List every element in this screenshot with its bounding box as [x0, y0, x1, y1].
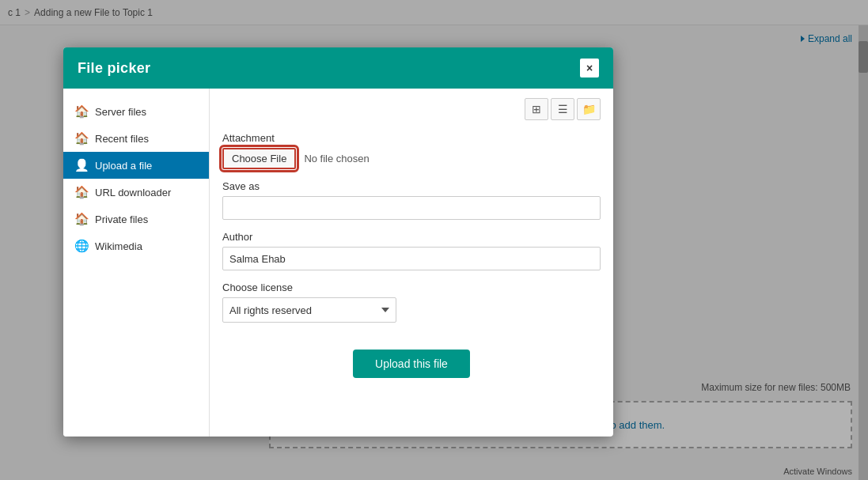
attachment-group: Attachment Choose File No file chosen: [222, 132, 601, 169]
sidebar-item-wikimedia[interactable]: 🌐 Wikimedia: [63, 232, 209, 259]
author-group: Author: [222, 231, 601, 270]
upload-this-file-button[interactable]: Upload this file: [353, 350, 470, 378]
wikimedia-icon: 🌐: [74, 239, 89, 253]
sidebar-label-private-files: Private files: [95, 214, 148, 225]
attachment-row: Choose File No file chosen: [222, 148, 601, 169]
modal-main-content: ⊞ ☰ 📁 Attachment Choose File No file cho…: [210, 89, 613, 437]
modal-sidebar: 🏠 Server files 🏠 Recent files 👤 Upload a…: [63, 89, 210, 437]
modal-title: File picker: [78, 60, 150, 77]
upload-btn-label: Upload this file: [375, 357, 448, 370]
recent-files-icon: 🏠: [74, 131, 89, 146]
url-downloader-icon: 🏠: [74, 185, 89, 199]
choose-file-button[interactable]: Choose File: [222, 148, 296, 169]
sidebar-label-wikimedia: Wikimedia: [95, 240, 142, 252]
sidebar-label-upload-file: Upload a file: [95, 160, 152, 172]
license-select[interactable]: All rights reserved Public domain Creati…: [222, 297, 396, 323]
file-picker-modal: File picker × 🏠 Server files 🏠 Recent fi…: [63, 47, 613, 437]
choose-file-label: Choose File: [232, 153, 286, 164]
save-as-input[interactable]: [222, 196, 601, 220]
author-input[interactable]: [222, 247, 601, 270]
sidebar-item-recent-files[interactable]: 🏠 Recent files: [63, 125, 209, 152]
license-label: Choose license: [222, 282, 601, 293]
sidebar-item-server-files[interactable]: 🏠 Server files: [63, 98, 209, 125]
view-toolbar: ⊞ ☰ 📁: [222, 98, 601, 120]
upload-file-icon: 👤: [74, 158, 89, 172]
folder-view-btn[interactable]: 📁: [577, 98, 601, 120]
license-group: Choose license All rights reserved Publi…: [222, 282, 601, 323]
sidebar-label-recent-files: Recent files: [95, 133, 149, 145]
save-as-group: Save as: [222, 180, 601, 220]
sidebar-item-url-downloader[interactable]: 🏠 URL downloader: [63, 179, 209, 206]
attachment-label: Attachment: [222, 132, 601, 144]
sidebar-label-url-downloader: URL downloader: [95, 187, 171, 198]
sidebar-label-server-files: Server files: [95, 106, 146, 118]
grid-view-btn[interactable]: ⊞: [525, 98, 548, 120]
no-file-text: No file chosen: [304, 153, 369, 164]
list-view-btn[interactable]: ☰: [551, 98, 574, 120]
modal-header: File picker ×: [63, 47, 613, 89]
sidebar-item-private-files[interactable]: 🏠 Private files: [63, 206, 209, 232]
save-as-label: Save as: [222, 180, 601, 192]
private-files-icon: 🏠: [74, 212, 89, 226]
sidebar-item-upload-file[interactable]: 👤 Upload a file: [63, 152, 209, 179]
modal-body: 🏠 Server files 🏠 Recent files 👤 Upload a…: [63, 89, 613, 437]
server-files-icon: 🏠: [74, 104, 89, 119]
close-icon: ×: [586, 62, 593, 74]
modal-close-button[interactable]: ×: [580, 59, 599, 77]
author-label: Author: [222, 231, 601, 243]
